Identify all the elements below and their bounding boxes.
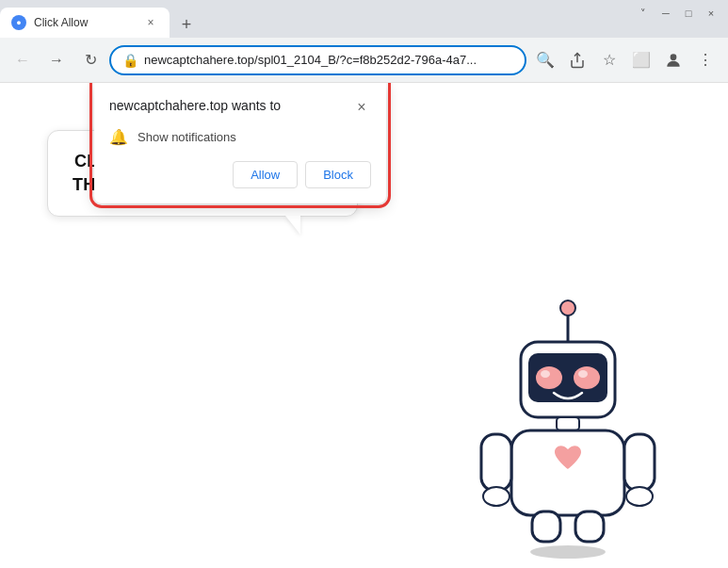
chevron-down-icon[interactable]: ˅ [634,4,653,23]
svg-point-6 [536,366,562,389]
popup-header: newcaptchahere.top wants to × [109,98,371,117]
svg-rect-12 [481,434,511,491]
close-window-button[interactable]: × [702,4,720,23]
svg-rect-11 [511,430,624,515]
permission-label: Show notifications [138,130,236,144]
popup-buttons: Allow Block [109,161,371,188]
bell-icon: 🔔 [109,128,128,146]
forward-button[interactable]: → [41,45,72,75]
popup-close-button[interactable]: × [352,98,371,117]
tab-bar: ● Click Allow × + ˅ ─ □ × [0,0,728,38]
browser-window: ● Click Allow × + ˅ ─ □ × ← → ↻ 🔒 newcap… [0,0,728,568]
profile-icon[interactable] [658,45,688,75]
window-controls: ˅ ─ □ × [634,4,720,23]
permission-row: 🔔 Show notifications [109,128,371,146]
active-tab[interactable]: ● Click Allow × [0,8,170,38]
robot-character [464,295,671,559]
tab-title: Click Allow [34,16,136,29]
notification-permission-popup: newcaptchahere.top wants to × 🔔 Show not… [94,83,386,203]
robot-shadow [530,545,606,559]
new-tab-button[interactable]: + [173,11,200,38]
svg-point-15 [626,487,653,506]
allow-button[interactable]: Allow [233,161,298,188]
toolbar: ← → ↻ 🔒 newcaptchahere.top/spl01_2104_B/… [0,38,728,83]
more-options-icon[interactable]: ⋮ [690,45,720,75]
url-text: newcaptchahere.top/spl01_2104_B/?c=f8b25… [144,53,513,67]
tab-favicon: ● [11,15,26,30]
back-button[interactable]: ← [8,45,38,75]
svg-rect-17 [575,511,604,542]
reload-button[interactable]: ↻ [75,45,105,75]
svg-point-8 [541,370,550,378]
svg-rect-14 [624,434,655,491]
svg-point-1 [671,54,677,60]
share-icon-button[interactable] [562,45,592,75]
address-bar[interactable]: 🔒 newcaptchahere.top/spl01_2104_B/?c=f8b… [109,45,526,75]
lock-icon: 🔒 [122,53,138,68]
maximize-button[interactable]: □ [679,4,698,23]
svg-point-3 [560,300,575,316]
extensions-icon[interactable]: ⬜ [626,45,656,75]
svg-rect-10 [557,417,579,430]
minimize-button[interactable]: ─ [656,4,675,23]
popup-site-text: newcaptchahere.top wants to [109,98,352,113]
block-button[interactable]: Block [305,161,371,188]
bookmark-star-icon[interactable]: ☆ [594,45,624,75]
svg-point-7 [574,366,600,389]
page-content: newcaptchahere.top wants to × 🔔 Show not… [0,83,728,568]
search-icon-button[interactable]: 🔍 [530,45,560,75]
svg-point-9 [578,370,588,378]
tab-close-button[interactable]: × [143,15,158,30]
svg-point-13 [483,487,510,506]
svg-rect-16 [532,511,560,542]
toolbar-actions: 🔍 ☆ ⬜ ⋮ [530,45,720,75]
